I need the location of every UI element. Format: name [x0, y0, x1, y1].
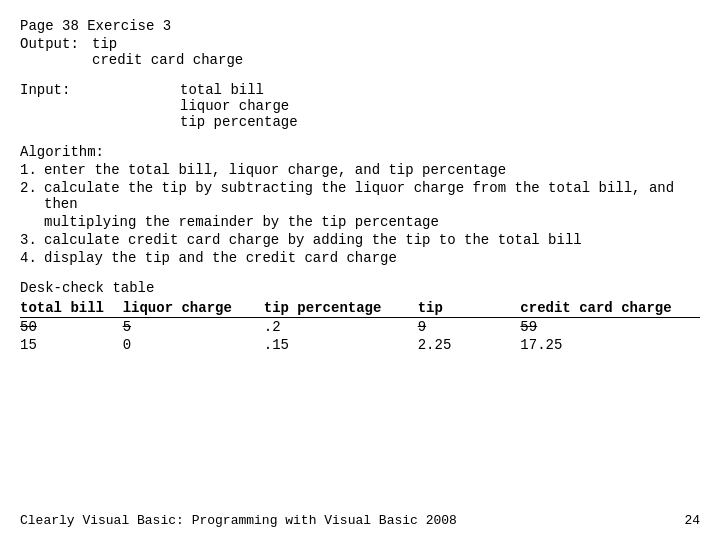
footer-right: 24: [684, 513, 700, 528]
table-row: 15 0 .15 2.25 17.25: [20, 336, 700, 354]
table-header-row: total bill liquor charge tip percentage …: [20, 300, 700, 318]
algorithm-title: Algorithm:: [20, 144, 700, 160]
step4-num: 4.: [20, 250, 40, 266]
algorithm-step-2b: multiplying the remainder by the tip per…: [44, 214, 700, 230]
row2-tip-pct: .15: [264, 336, 418, 354]
input-label: Input:: [20, 82, 120, 130]
col-header-tip: tip: [418, 300, 521, 318]
algorithm-step-4: 4. display the tip and the credit card c…: [20, 250, 700, 266]
row1-liquor: 5: [123, 318, 264, 337]
algorithm-step-2: 2. calculate the tip by subtracting the …: [20, 180, 700, 212]
output-label: Output:: [20, 36, 92, 68]
row1-tip: 9: [418, 318, 521, 337]
step4-text: display the tip and the credit card char…: [44, 250, 397, 266]
page-container: Page 38 Exercise 3 Output: tip credit ca…: [0, 0, 720, 540]
algorithm-step-3: 3. calculate credit card charge by addin…: [20, 232, 700, 248]
input-section: Input: total bill liquor charge tip perc…: [20, 82, 700, 130]
input-values: total bill liquor charge tip percentage: [180, 82, 298, 130]
footer-left: Clearly Visual Basic: Programming with V…: [20, 513, 457, 528]
step2-num: 2.: [20, 180, 40, 212]
algorithm-section: Algorithm: 1. enter the total bill, liqu…: [20, 144, 700, 266]
row2-cc: 17.25: [520, 336, 700, 354]
header-line1: Page 38 Exercise 3: [20, 18, 700, 34]
step2b-text: multiplying the remainder by the tip per…: [44, 214, 439, 230]
table-row: 50 5 .2 9 59: [20, 318, 700, 337]
header-section: Page 38 Exercise 3 Output: tip credit ca…: [20, 18, 700, 68]
row2-liquor: 0: [123, 336, 264, 354]
output-value1: tip: [92, 36, 243, 52]
col-header-credit-card-charge: credit card charge: [520, 300, 700, 318]
row2-total: 15: [20, 336, 123, 354]
row1-tip-pct: .2: [264, 318, 418, 337]
step1-text: enter the total bill, liquor charge, and…: [44, 162, 506, 178]
page-exercise-label: Page 38 Exercise 3: [20, 18, 171, 34]
desk-check-section: Desk-check table total bill liquor charg…: [20, 280, 700, 354]
algorithm-step-1: 1. enter the total bill, liquor charge, …: [20, 162, 700, 178]
input-value2: liquor charge: [180, 98, 298, 114]
output-value2: credit card charge: [92, 52, 243, 68]
col-header-tip-percentage: tip percentage: [264, 300, 418, 318]
row1-total: 50: [20, 318, 123, 337]
row1-cc: 59: [520, 318, 700, 337]
step2-text: calculate the tip by subtracting the liq…: [44, 180, 700, 212]
desk-check-table: total bill liquor charge tip percentage …: [20, 300, 700, 354]
input-value1: total bill: [180, 82, 298, 98]
input-value3: tip percentage: [180, 114, 298, 130]
desk-check-title: Desk-check table: [20, 280, 700, 296]
footer: Clearly Visual Basic: Programming with V…: [20, 513, 700, 528]
row2-tip: 2.25: [418, 336, 521, 354]
step1-num: 1.: [20, 162, 40, 178]
col-header-total-bill: total bill: [20, 300, 123, 318]
col-header-liquor-charge: liquor charge: [123, 300, 264, 318]
step3-num: 3.: [20, 232, 40, 248]
step3-text: calculate credit card charge by adding t…: [44, 232, 582, 248]
